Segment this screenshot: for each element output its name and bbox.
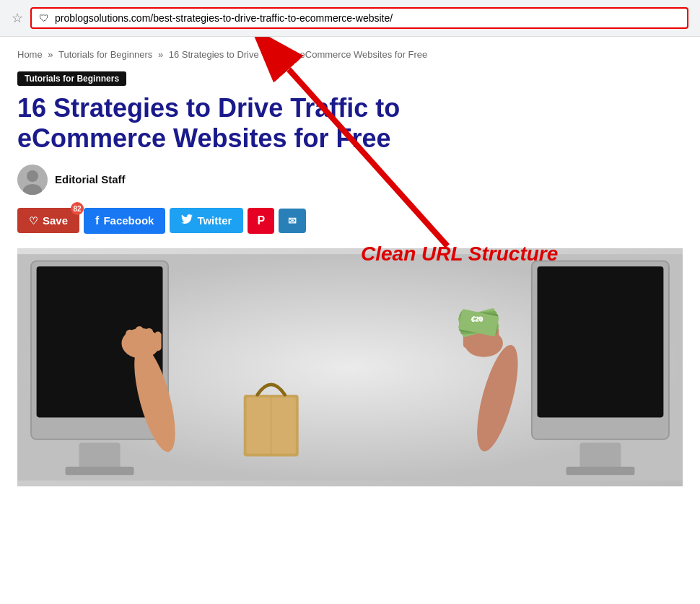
save-button[interactable]: ♡ Save 82 — [17, 208, 79, 233]
pinterest-button[interactable]: P — [248, 208, 274, 234]
save-label: Save — [43, 214, 68, 227]
page-wrapper: Home » Tutorials for Beginners » 16 Stra… — [0, 37, 700, 486]
svg-rect-7 — [66, 467, 134, 475]
email-icon: ✉ — [288, 215, 297, 227]
author-avatar — [17, 165, 48, 195]
facebook-label: Facebook — [103, 214, 154, 227]
svg-rect-11 — [135, 326, 143, 350]
breadcrumb: Home » Tutorials for Beginners » 16 Stra… — [17, 48, 683, 61]
save-count: 82 — [71, 202, 84, 215]
url-domain: problogsolutions.com — [55, 12, 150, 24]
share-buttons: ♡ Save 82 f Facebook Twitter P ✉ — [17, 208, 683, 234]
url-path: /best-strategies-to-drive-traffic-to-eco… — [150, 12, 393, 24]
twitter-label: Twitter — [197, 214, 232, 227]
twitter-button[interactable]: Twitter — [170, 208, 243, 233]
article-title: 16 Strategies to Drive Traffic to eComme… — [17, 93, 486, 153]
breadcrumb-sep-1: » — [48, 49, 53, 60]
svg-rect-18 — [537, 266, 663, 417]
author-name: Editorial Staff — [55, 173, 126, 185]
breadcrumb-current: 16 Strategies to Drive Traffic to eComme… — [169, 49, 428, 60]
facebook-icon: f — [95, 214, 99, 227]
svg-rect-10 — [126, 330, 134, 351]
address-bar[interactable]: 🛡 problogsolutions.com/best-strategies-t… — [30, 7, 688, 29]
category-badge[interactable]: Tutorials for Beginners — [17, 71, 126, 86]
page-content: Home » Tutorials for Beginners » 16 Stra… — [0, 37, 700, 486]
svg-rect-6 — [79, 443, 121, 470]
breadcrumb-sep-2: » — [158, 49, 163, 60]
svg-point-1 — [27, 170, 38, 182]
svg-rect-12 — [145, 328, 153, 350]
svg-text:€20: €20 — [471, 314, 484, 323]
author-row: Editorial Staff — [17, 165, 683, 195]
svg-rect-13 — [154, 332, 162, 351]
email-button[interactable]: ✉ — [279, 209, 306, 233]
breadcrumb-tutorials[interactable]: Tutorials for Beginners — [58, 49, 152, 60]
facebook-button[interactable]: f Facebook — [84, 208, 165, 234]
security-icon: 🛡 — [39, 12, 49, 24]
browser-bar: ☆ 🛡 problogsolutions.com/best-strategies… — [0, 0, 700, 37]
breadcrumb-home[interactable]: Home — [17, 49, 43, 60]
bookmark-icon[interactable]: ☆ — [12, 10, 23, 26]
heart-icon: ♡ — [29, 215, 38, 227]
url-text: problogsolutions.com/best-strategies-to-… — [55, 12, 393, 24]
svg-rect-19 — [579, 443, 621, 470]
pinterest-icon: P — [257, 214, 265, 227]
svg-rect-20 — [566, 467, 634, 475]
twitter-icon — [181, 214, 193, 227]
hero-image: €20 €20 — [17, 248, 683, 486]
